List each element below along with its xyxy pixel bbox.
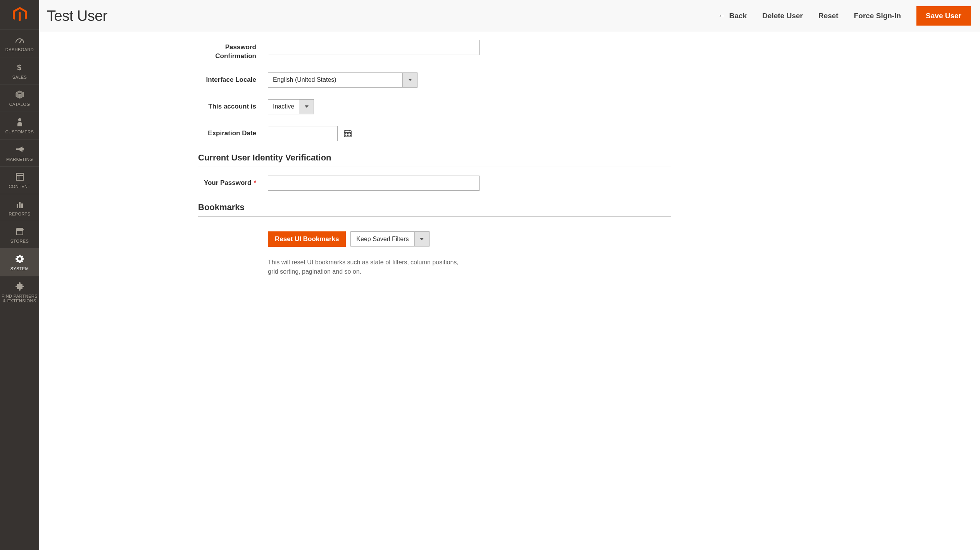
gauge-icon <box>15 35 24 45</box>
sidebar-item-dashboard[interactable]: DASHBOARD <box>0 29 39 57</box>
chevron-down-icon <box>402 73 417 87</box>
store-icon <box>16 227 24 236</box>
field-your-password: Your Password* <box>198 176 671 191</box>
arrow-left-icon: ← <box>718 12 725 20</box>
save-user-button[interactable]: Save User <box>916 6 971 26</box>
interface-locale-select[interactable]: English (United States) <box>268 72 418 88</box>
svg-point-21 <box>347 135 347 136</box>
interface-locale-value: English (United States) <box>268 73 402 87</box>
svg-rect-5 <box>16 173 23 180</box>
sidebar-item-system[interactable]: SYSTEM <box>0 248 39 276</box>
sidebar-item-reports[interactable]: REPORTS <box>0 194 39 221</box>
sidebar-item-label: MARKETING <box>6 157 33 162</box>
svg-point-18 <box>349 134 349 134</box>
bookmarks-section-title: Bookmarks <box>198 202 671 217</box>
dollar-icon: $ <box>17 63 22 72</box>
sidebar-item-sales[interactable]: $ SALES <box>0 57 39 84</box>
svg-point-22 <box>349 135 349 136</box>
account-is-label: This account is <box>198 99 268 111</box>
svg-point-3 <box>18 118 21 121</box>
sidebar-item-label: FIND PARTNERS & EXTENSIONS <box>2 294 38 303</box>
header-actions: ← Back Delete User Reset Force Sign-In S… <box>718 6 971 26</box>
svg-rect-8 <box>17 204 18 208</box>
expiration-date-input[interactable] <box>268 126 338 141</box>
page-title: Test User <box>47 8 107 24</box>
field-password-confirmation: Password Confirmation <box>198 40 671 61</box>
admin-sidebar: DASHBOARD $ SALES CATALOG CUSTOMERS <box>0 0 39 550</box>
svg-rect-11 <box>17 231 23 235</box>
bookmarks-hint: This will reset UI bookmarks such as sta… <box>268 258 469 276</box>
sidebar-item-label: CATALOG <box>9 102 30 107</box>
box-icon <box>16 90 24 99</box>
megaphone-icon <box>16 145 24 154</box>
layout-icon <box>16 172 24 181</box>
field-account-is: This account is Inactive <box>198 99 671 114</box>
password-confirmation-input[interactable] <box>268 40 480 55</box>
force-signin-button[interactable]: Force Sign-In <box>854 12 901 20</box>
calendar-icon[interactable] <box>343 129 352 138</box>
sidebar-item-customers[interactable]: CUSTOMERS <box>0 112 39 139</box>
sidebar-item-marketing[interactable]: MARKETING <box>0 139 39 167</box>
your-password-label: Your Password* <box>198 176 268 188</box>
puzzle-icon <box>16 282 24 291</box>
magento-logo[interactable] <box>0 0 39 29</box>
field-interface-locale: Interface Locale English (United States) <box>198 72 671 88</box>
sidebar-item-label: DASHBOARD <box>5 47 34 52</box>
identity-section-title: Current User Identity Verification <box>198 153 671 167</box>
svg-point-17 <box>347 134 347 134</box>
bookmark-filter-value: Keep Saved Filters <box>351 232 414 246</box>
password-confirmation-label: Password Confirmation <box>198 40 268 61</box>
sidebar-item-content[interactable]: CONTENT <box>0 166 39 194</box>
reset-ui-bookmarks-button[interactable]: Reset UI Bookmarks <box>268 231 346 247</box>
interface-locale-label: Interface Locale <box>198 72 268 84</box>
content-area: Password Confirmation Interface Locale E… <box>39 32 980 550</box>
svg-point-16 <box>345 134 346 134</box>
svg-rect-10 <box>21 203 23 208</box>
sidebar-item-label: REPORTS <box>9 212 31 217</box>
svg-text:$: $ <box>17 63 22 72</box>
reset-button[interactable]: Reset <box>818 12 839 20</box>
sidebar-item-label: CONTENT <box>9 184 31 189</box>
back-label: Back <box>729 12 747 20</box>
person-icon <box>17 117 22 127</box>
sidebar-item-partners[interactable]: FIND PARTNERS & EXTENSIONS <box>0 276 39 308</box>
chevron-down-icon <box>414 232 429 246</box>
page-header: Test User ← Back Delete User Reset Force… <box>39 0 980 32</box>
your-password-input[interactable] <box>268 176 480 191</box>
sidebar-item-label: CUSTOMERS <box>5 129 34 134</box>
svg-point-1 <box>19 42 20 43</box>
account-is-select[interactable]: Inactive <box>268 99 314 114</box>
required-asterisk: * <box>254 179 256 186</box>
account-is-value: Inactive <box>268 100 299 114</box>
svg-rect-9 <box>19 202 21 208</box>
svg-point-23 <box>350 135 350 136</box>
sidebar-item-label: SYSTEM <box>10 266 29 271</box>
bar-chart-icon <box>16 200 24 209</box>
expiration-date-label: Expiration Date <box>198 126 268 138</box>
sidebar-item-label: SALES <box>12 75 27 80</box>
svg-point-20 <box>345 135 346 136</box>
chevron-down-icon <box>299 100 314 114</box>
delete-user-button[interactable]: Delete User <box>762 12 803 20</box>
sidebar-item-label: STORES <box>10 239 29 244</box>
sidebar-item-stores[interactable]: STORES <box>0 221 39 248</box>
svg-rect-4 <box>22 148 24 150</box>
gear-icon <box>16 254 24 264</box>
sidebar-item-catalog[interactable]: CATALOG <box>0 84 39 112</box>
field-bookmarks: Reset UI Bookmarks Keep Saved Filters Th… <box>198 231 671 276</box>
bookmark-filter-select[interactable]: Keep Saved Filters <box>350 231 429 247</box>
back-button[interactable]: ← Back <box>718 12 747 20</box>
field-expiration-date: Expiration Date <box>198 126 671 141</box>
svg-point-19 <box>350 134 350 134</box>
